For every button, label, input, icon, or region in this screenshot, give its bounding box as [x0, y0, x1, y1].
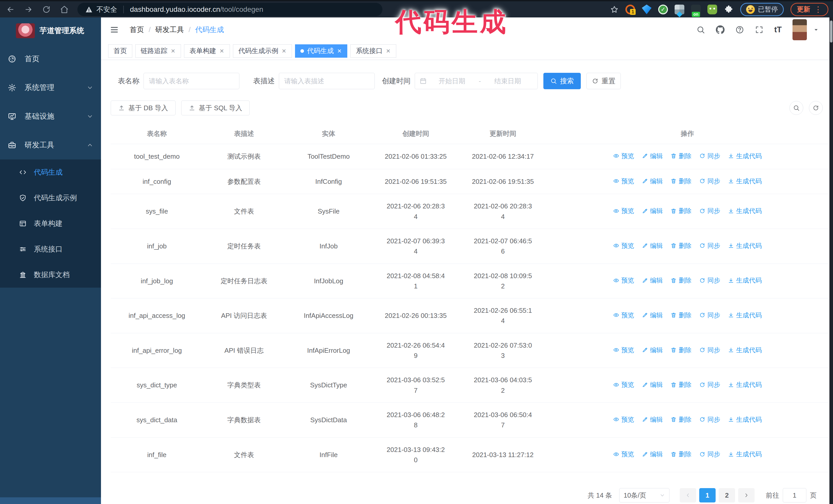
- action-生成代码[interactable]: 生成代码: [728, 241, 762, 251]
- import-db-button[interactable]: 基于 DB 导入: [111, 100, 175, 115]
- action-同步[interactable]: 同步: [699, 206, 720, 216]
- action-编辑[interactable]: 编辑: [642, 275, 663, 285]
- extension-grid-icon[interactable]: [674, 5, 684, 14]
- address-bar[interactable]: 不安全 dashboard.yudao.iocoder.cn/tool/code…: [77, 3, 382, 16]
- action-编辑[interactable]: 编辑: [642, 206, 663, 216]
- action-编辑[interactable]: 编辑: [642, 380, 663, 390]
- date-start-placeholder[interactable]: 开始日期: [427, 77, 477, 86]
- sidebar-item-基础设施[interactable]: 基础设施: [0, 102, 101, 131]
- action-预览[interactable]: 预览: [613, 414, 634, 425]
- action-同步[interactable]: 同步: [699, 275, 720, 285]
- tab-close-icon[interactable]: ×: [170, 47, 175, 55]
- action-删除[interactable]: 删除: [670, 206, 691, 216]
- app-logo-row[interactable]: 芋道管理系统: [0, 18, 101, 40]
- action-编辑[interactable]: 编辑: [642, 176, 663, 186]
- action-编辑[interactable]: 编辑: [642, 151, 663, 161]
- action-删除[interactable]: 删除: [670, 449, 691, 459]
- sidebar-item-研发工具[interactable]: 研发工具: [0, 131, 101, 160]
- create-time-range-picker[interactable]: 开始日期 - 结束日期: [415, 73, 538, 89]
- action-删除[interactable]: 删除: [670, 176, 691, 186]
- extension-orange-icon[interactable]: 1: [625, 5, 635, 14]
- back-icon[interactable]: [6, 5, 15, 14]
- action-同步[interactable]: 同步: [699, 241, 720, 251]
- header-search-icon[interactable]: [696, 25, 705, 34]
- search-button[interactable]: 搜索: [543, 73, 581, 89]
- tab-代码生成[interactable]: 代码生成×: [295, 44, 347, 58]
- action-同步[interactable]: 同步: [699, 310, 720, 320]
- tab-close-icon[interactable]: ×: [385, 47, 390, 55]
- action-删除[interactable]: 删除: [670, 275, 691, 285]
- table-name-input[interactable]: [144, 73, 239, 89]
- bookmark-star-icon[interactable]: [610, 5, 619, 14]
- browser-update-button[interactable]: 更新 ⋮: [790, 3, 828, 16]
- prev-page-button[interactable]: [680, 488, 696, 502]
- import-sql-button[interactable]: 基于 SQL 导入: [181, 100, 250, 115]
- next-page-button[interactable]: [738, 488, 755, 502]
- action-编辑[interactable]: 编辑: [642, 241, 663, 251]
- action-删除[interactable]: 删除: [670, 414, 691, 425]
- action-同步[interactable]: 同步: [699, 380, 720, 390]
- sidebar-subitem-代码生成示例[interactable]: 代码生成示例: [0, 185, 101, 211]
- security-warning-icon[interactable]: [85, 6, 93, 13]
- action-预览[interactable]: 预览: [613, 206, 634, 216]
- action-同步[interactable]: 同步: [699, 176, 720, 186]
- extension-gem-icon[interactable]: [642, 5, 651, 14]
- action-删除[interactable]: 删除: [670, 310, 691, 320]
- tab-代码生成示例[interactable]: 代码生成示例×: [233, 44, 292, 58]
- user-avatar[interactable]: [792, 19, 807, 40]
- home-icon[interactable]: [60, 5, 69, 14]
- action-生成代码[interactable]: 生成代码: [728, 310, 762, 320]
- forward-icon[interactable]: [24, 5, 33, 14]
- action-删除[interactable]: 删除: [670, 345, 691, 355]
- action-同步[interactable]: 同步: [699, 449, 720, 459]
- action-预览[interactable]: 预览: [613, 176, 634, 186]
- action-同步[interactable]: 同步: [699, 151, 720, 161]
- tab-链路追踪[interactable]: 链路追踪×: [135, 44, 181, 58]
- breadcrumb-item[interactable]: 研发工具: [155, 25, 184, 34]
- page-scrollbar[interactable]: [829, 18, 833, 504]
- sidebar-item-首页[interactable]: 首页: [0, 45, 101, 73]
- sidebar-subitem-系统接口[interactable]: 系统接口: [0, 236, 101, 262]
- kebab-menu-icon[interactable]: ⋮: [814, 5, 822, 14]
- action-预览[interactable]: 预览: [613, 275, 634, 285]
- user-menu-caret-icon[interactable]: [813, 27, 819, 33]
- browser-profile-chip[interactable]: 已暂停: [740, 3, 784, 16]
- action-生成代码[interactable]: 生成代码: [728, 380, 762, 390]
- security-label[interactable]: 不安全: [96, 5, 117, 14]
- tab-close-icon[interactable]: ×: [281, 47, 287, 55]
- action-编辑[interactable]: 编辑: [642, 449, 663, 459]
- action-预览[interactable]: 预览: [613, 151, 634, 161]
- sidebar-item-系统管理[interactable]: 系统管理: [0, 73, 101, 102]
- font-size-tool[interactable]: tT: [774, 25, 782, 34]
- action-生成代码[interactable]: 生成代码: [728, 176, 762, 186]
- action-生成代码[interactable]: 生成代码: [728, 275, 762, 285]
- sidebar-subitem-代码生成[interactable]: 代码生成: [0, 160, 101, 185]
- breadcrumb-item[interactable]: 首页: [130, 25, 144, 34]
- action-预览[interactable]: 预览: [613, 345, 634, 355]
- extension-bot-icon[interactable]: [708, 5, 717, 14]
- action-同步[interactable]: 同步: [699, 414, 720, 425]
- goto-page-input[interactable]: [783, 488, 806, 502]
- scrollbar-thumb[interactable]: [830, 21, 832, 43]
- sidebar-subitem-表单构建[interactable]: 表单构建: [0, 211, 101, 236]
- action-预览[interactable]: 预览: [613, 310, 634, 320]
- action-生成代码[interactable]: 生成代码: [728, 206, 762, 216]
- extensions-puzzle-icon[interactable]: [724, 5, 734, 14]
- action-删除[interactable]: 删除: [670, 380, 691, 390]
- action-生成代码[interactable]: 生成代码: [728, 345, 762, 355]
- tab-表单构建[interactable]: 表单构建×: [184, 44, 230, 58]
- github-icon[interactable]: [716, 25, 724, 34]
- toggle-search-button[interactable]: [789, 101, 803, 115]
- action-编辑[interactable]: 编辑: [642, 414, 663, 425]
- extension-dark-icon[interactable]: on: [691, 5, 701, 14]
- action-预览[interactable]: 预览: [613, 380, 634, 390]
- action-编辑[interactable]: 编辑: [642, 345, 663, 355]
- action-生成代码[interactable]: 生成代码: [728, 449, 762, 459]
- tab-close-icon[interactable]: ×: [219, 47, 224, 55]
- page-size-select[interactable]: 10条/页: [619, 488, 669, 502]
- extension-check-icon[interactable]: ✓: [658, 5, 668, 14]
- tab-首页[interactable]: 首页: [108, 44, 132, 58]
- date-end-placeholder[interactable]: 结束日期: [482, 77, 533, 86]
- table-desc-input[interactable]: [279, 73, 375, 89]
- fullscreen-icon[interactable]: [755, 25, 764, 34]
